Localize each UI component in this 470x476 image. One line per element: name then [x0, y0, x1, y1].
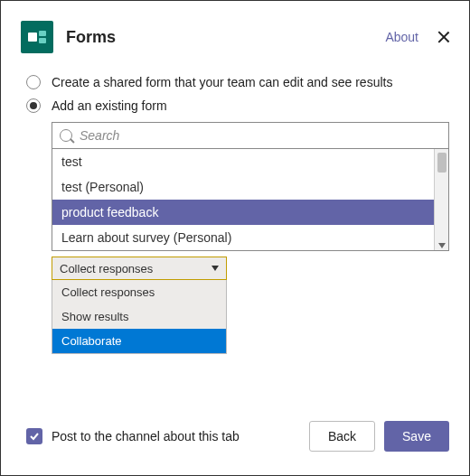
dropdown-option[interactable]: Show results: [52, 304, 226, 329]
action-dropdown-options: Collect responses Show results Collabora…: [52, 280, 227, 354]
dialog-content: Create a shared form that your team can …: [1, 62, 469, 421]
chevron-down-icon: [212, 266, 219, 271]
radio-icon: [26, 75, 41, 89]
dialog-header: Forms About: [1, 1, 469, 62]
dialog-forms-tab: Forms About Create a shared form that yo…: [0, 0, 470, 476]
about-link[interactable]: About: [385, 30, 418, 44]
list-item-selected[interactable]: product feedback: [52, 200, 448, 225]
search-input[interactable]: Search: [52, 122, 449, 149]
action-dropdown-value: Collect responses: [60, 262, 153, 275]
svg-rect-0: [28, 33, 37, 42]
radio-icon-selected: [26, 98, 41, 113]
svg-rect-2: [39, 38, 46, 43]
action-dropdown-wrap: Collect responses Collect responses Show…: [26, 257, 227, 354]
forms-listbox: test test (Personal) product feedback Le…: [52, 149, 449, 251]
svg-rect-1: [39, 31, 46, 36]
dropdown-option-highlighted[interactable]: Collaborate: [52, 329, 226, 353]
radio-create-shared[interactable]: Create a shared form that your team can …: [26, 75, 449, 89]
forms-app-icon: [21, 21, 53, 53]
existing-form-area: Search test test (Personal) product feed…: [26, 122, 449, 251]
list-item[interactable]: Learn about survey (Personal): [52, 225, 448, 250]
radio-label: Create a shared form that your team can …: [52, 75, 392, 89]
post-checkbox[interactable]: [26, 428, 42, 444]
save-button[interactable]: Save: [384, 421, 449, 452]
button-label: Save: [402, 429, 431, 443]
dropdown-option[interactable]: Collect responses: [52, 280, 226, 304]
button-label: Back: [328, 429, 356, 443]
post-checkbox-label: Post to the channel about this tab: [52, 429, 240, 443]
check-icon: [29, 431, 40, 442]
dialog-footer: Post to the channel about this tab Back …: [1, 421, 469, 475]
chevron-down-icon[interactable]: [438, 243, 446, 248]
forms-glyph-icon: [28, 31, 46, 43]
close-icon[interactable]: [437, 30, 451, 44]
search-placeholder: Search: [80, 128, 119, 143]
list-item[interactable]: test: [52, 149, 448, 174]
radio-add-existing[interactable]: Add an existing form: [26, 98, 449, 113]
back-button[interactable]: Back: [309, 421, 375, 452]
scrollbar-thumb[interactable]: [437, 153, 446, 173]
dialog-title: Forms: [66, 28, 116, 47]
action-dropdown[interactable]: Collect responses: [52, 257, 227, 280]
list-item[interactable]: test (Personal): [52, 174, 448, 200]
radio-label: Add an existing form: [52, 98, 167, 113]
search-icon: [60, 129, 72, 142]
scrollbar[interactable]: [434, 149, 448, 250]
